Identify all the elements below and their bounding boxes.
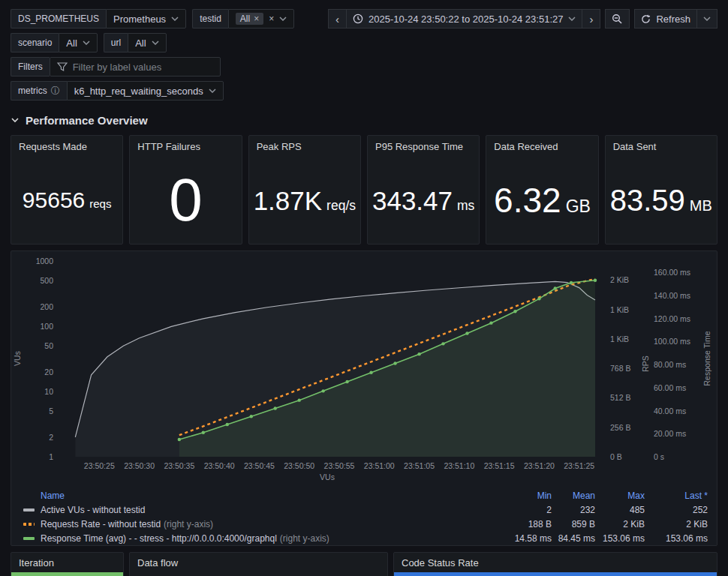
svg-text:2 KiB: 2 KiB: [610, 275, 629, 284]
refresh-button[interactable]: Refresh: [634, 9, 697, 28]
chevron-down-icon[interactable]: [279, 16, 287, 21]
legend-header-name[interactable]: Name: [23, 490, 504, 501]
time-range-picker[interactable]: 2025-10-24 23:50:22 to 2025-10-24 23:51:…: [347, 9, 583, 28]
svg-text:100.00 ms: 100.00 ms: [654, 337, 690, 346]
series-min: 188 B: [504, 519, 552, 530]
panel-title: Requests Made: [11, 136, 122, 157]
panel-title: HTTP Failures: [130, 136, 241, 157]
var-datasource-select[interactable]: Prometheus: [106, 9, 186, 28]
time-back-button[interactable]: ‹: [328, 9, 347, 28]
stat-data-sent: Data Sent 83.59MB: [605, 135, 717, 244]
series-min: 14.58 ms: [504, 533, 552, 544]
stat-value: 1.87K: [254, 188, 322, 214]
svg-text:5: 5: [49, 406, 53, 416]
panel-title: P95 Response Time: [368, 136, 479, 157]
chip-remove-icon[interactable]: ×: [254, 14, 259, 23]
stat-value-area: 6.32GB: [486, 157, 597, 244]
toolbar-row-1: DS_PROMETHEUS Prometheus testid All × × …: [11, 9, 717, 28]
stat-unit: req/s: [326, 200, 356, 213]
var-scenario-select[interactable]: All: [59, 33, 97, 52]
panel-title: Data Received: [486, 136, 597, 157]
testid-chip-label: All: [240, 14, 250, 23]
legend-header-last[interactable]: Last *: [645, 490, 708, 501]
var-datasource-label: DS_PROMETHEUS: [11, 9, 106, 28]
stat-value: 83.59: [610, 185, 685, 215]
var-url-select[interactable]: All: [128, 33, 166, 52]
testid-chip[interactable]: All ×: [236, 13, 263, 25]
chart-legend: Name Min Mean Max Last * Active VUs - wi…: [11, 487, 717, 545]
chevron-down-icon: [83, 40, 90, 45]
var-scenario: scenario All: [11, 33, 98, 52]
info-icon[interactable]: ⓘ: [51, 85, 60, 98]
toolbar-row-4: metrics ⓘ k6_http_req_waiting_seconds: [11, 81, 717, 100]
legend-row-active-vus: Active VUs - without testid 2 232 485 25…: [23, 502, 708, 517]
series-mean: 232: [552, 505, 595, 515]
series-color-swatch: [23, 537, 35, 540]
stat-value-area: 1.87Kreq/s: [249, 157, 360, 244]
stat-value: 95656: [23, 189, 85, 212]
svg-text:VUs: VUs: [320, 472, 335, 482]
var-datasource: DS_PROMETHEUS Prometheus: [11, 9, 186, 28]
section-title: Performance Overview: [26, 114, 148, 127]
filter-input-box: [50, 57, 221, 76]
legend-header-mean[interactable]: Mean: [552, 490, 595, 501]
svg-text:23:51:20: 23:51:20: [524, 461, 555, 470]
var-metrics-label: metrics ⓘ: [11, 81, 67, 100]
svg-text:80.00 ms: 80.00 ms: [654, 360, 686, 369]
svg-text:200: 200: [40, 302, 53, 311]
bottom-panels-row: Iteration Data flow Code Status Rate: [11, 552, 717, 576]
chevron-down-icon: [11, 117, 20, 123]
svg-text:50: 50: [44, 341, 53, 350]
clear-selection-icon[interactable]: ×: [269, 14, 274, 23]
var-testid-select[interactable]: All × ×: [228, 9, 294, 28]
svg-text:1: 1: [49, 452, 53, 461]
refresh-interval-button[interactable]: [697, 9, 717, 28]
series-name[interactable]: Active VUs - without testid: [41, 505, 145, 515]
svg-text:120.00 ms: 120.00 ms: [654, 314, 690, 323]
time-forward-button[interactable]: ›: [582, 9, 600, 28]
series-min: 2: [504, 505, 552, 515]
toolbar-row-3: Filters: [11, 57, 717, 76]
panel-title: Peak RPS: [249, 136, 360, 157]
panel-title: Data flow: [130, 553, 387, 572]
svg-text:Response Time: Response Time: [702, 331, 711, 386]
svg-text:23:50:45: 23:50:45: [244, 461, 275, 470]
svg-text:23:50:25: 23:50:25: [84, 461, 115, 470]
series-name[interactable]: Response Time (avg) - - stress - http://…: [41, 533, 329, 544]
svg-text:20.00 ms: 20.00 ms: [654, 429, 686, 438]
timeseries-chart[interactable]: 10005002001005020105212 KiB1 KiB1 KiB768…: [11, 251, 717, 484]
stat-value-area: 343.47ms: [368, 157, 479, 244]
var-metrics-value: k6_http_req_waiting_seconds: [74, 86, 203, 97]
zoom-out-button[interactable]: [605, 9, 630, 28]
section-performance-overview[interactable]: Performance Overview: [11, 111, 717, 129]
stat-p95-response-time: P95 Response Time 343.47ms: [367, 135, 480, 244]
filter-input[interactable]: [73, 62, 213, 73]
svg-text:40.00 ms: 40.00 ms: [654, 406, 686, 416]
stat-unit: ms: [457, 200, 474, 213]
stat-http-failures: HTTP Failures 0: [129, 135, 242, 244]
var-testid: testid All × ×: [192, 9, 294, 28]
var-datasource-value: Prometheus: [113, 14, 166, 25]
svg-text:1 KiB: 1 KiB: [610, 334, 629, 344]
series-name[interactable]: Requests Rate - without testid(right y-a…: [41, 519, 213, 530]
legend-header-min[interactable]: Min: [504, 490, 552, 501]
panel-title: Iteration: [11, 553, 123, 572]
var-metrics-select[interactable]: k6_http_req_waiting_seconds: [67, 81, 224, 100]
refresh-group: Refresh: [634, 9, 717, 28]
svg-text:10: 10: [44, 387, 53, 396]
svg-text:23:51:10: 23:51:10: [444, 461, 474, 470]
legend-header-max[interactable]: Max: [595, 490, 645, 501]
series-last: 252: [645, 505, 708, 515]
svg-text:768 B: 768 B: [610, 364, 630, 373]
stat-value: 0: [169, 170, 203, 230]
svg-text:20: 20: [44, 368, 53, 376]
var-metrics: metrics ⓘ k6_http_req_waiting_seconds: [11, 81, 224, 100]
series-last: 153.06 ms: [645, 533, 708, 544]
series-last: 2 KiB: [645, 519, 708, 530]
series-max: 485: [595, 505, 645, 515]
svg-text:23:51:15: 23:51:15: [484, 461, 515, 470]
panel-iteration: Iteration: [11, 552, 124, 576]
stat-value-area: 83.59MB: [606, 157, 717, 244]
chevron-down-icon: [152, 40, 159, 45]
svg-text:23:50:55: 23:50:55: [324, 461, 355, 470]
